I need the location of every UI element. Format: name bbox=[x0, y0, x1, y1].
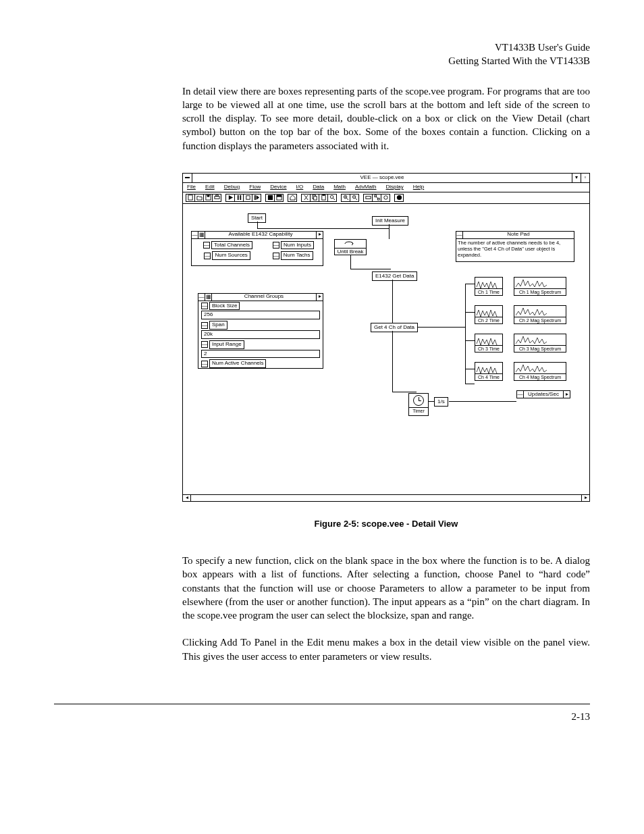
ch1-time-plot[interactable]: Ch 1 Time bbox=[475, 277, 503, 296]
toolbar-detail-icon[interactable] bbox=[274, 194, 284, 202]
collapse-icon[interactable]: — bbox=[192, 232, 198, 238]
waveform-icon bbox=[475, 306, 503, 317]
menu-data[interactable]: Data bbox=[313, 184, 324, 191]
ch4-time-plot[interactable]: Ch 4 Time bbox=[475, 362, 503, 381]
ch4-mag-plot[interactable]: Ch 4 Mag Spectrum bbox=[514, 362, 566, 381]
toolbar-cut-icon[interactable] bbox=[301, 194, 311, 202]
paragraph-1: In detail view there are boxes represent… bbox=[182, 84, 590, 153]
menu-help[interactable]: Help bbox=[413, 184, 424, 191]
total-channels-label: Total Channels bbox=[211, 241, 252, 250]
block-size-value[interactable]: 256 bbox=[201, 311, 320, 319]
menu-file[interactable]: File bbox=[187, 184, 196, 191]
ch2-mag-plot[interactable]: Ch 2 Mag Spectrum bbox=[514, 305, 566, 324]
toolbar-object1-icon[interactable] bbox=[363, 194, 373, 202]
window-system-menu-icon[interactable] bbox=[183, 174, 192, 182]
block-size-label: Block Size bbox=[209, 302, 240, 311]
view-detail-icon[interactable]: ▦ bbox=[205, 294, 212, 301]
expand-icon[interactable]: ▸ bbox=[563, 391, 570, 398]
channel-groups-object[interactable]: — ▦ Channel Groups ▸ —Block Size 256 —Sp… bbox=[198, 293, 323, 369]
svg-rect-27 bbox=[377, 198, 379, 200]
num-sources-label: Num Sources bbox=[212, 251, 250, 260]
menu-edit[interactable]: Edit bbox=[205, 184, 215, 191]
svg-point-16 bbox=[330, 195, 333, 199]
init-measure-object[interactable]: Init Measure bbox=[372, 216, 408, 226]
toolbar-open-icon[interactable] bbox=[194, 194, 204, 202]
horizontal-scrollbar[interactable]: ◂ ▸ bbox=[183, 494, 589, 501]
vee-canvas[interactable]: Start Init Measure — ▦ Available E1432 C… bbox=[183, 204, 589, 494]
collapse-icon[interactable]: — bbox=[198, 294, 205, 301]
svg-rect-3 bbox=[214, 197, 219, 199]
ch3-mag-plot[interactable]: Ch 3 Mag Spectrum bbox=[514, 334, 566, 353]
timer-object[interactable]: Timer bbox=[408, 393, 429, 416]
toolbar-stop-icon[interactable] bbox=[243, 194, 252, 202]
menu-debug[interactable]: Debug bbox=[224, 184, 240, 191]
menu-io[interactable]: I/O bbox=[296, 184, 304, 191]
header-line2: Getting Started With the VT1433B bbox=[182, 54, 590, 68]
notepad-object[interactable]: — Note Pad The number of active channels… bbox=[456, 231, 574, 262]
get-4ch-label: Get 4 Ch of Data bbox=[374, 324, 414, 330]
toolbar-save-icon[interactable] bbox=[203, 194, 213, 202]
ch1-time-label: Ch 1 Time bbox=[475, 289, 503, 296]
ch2-time-plot[interactable]: Ch 2 Time bbox=[475, 305, 503, 324]
ch1-mag-plot[interactable]: Ch 1 Mag Spectrum bbox=[514, 277, 566, 296]
menu-math[interactable]: Math bbox=[333, 184, 346, 191]
toolbar-print-icon[interactable] bbox=[212, 194, 221, 202]
ch4-time-label: Ch 4 Time bbox=[475, 374, 503, 381]
toolbar-copy-icon[interactable] bbox=[310, 194, 319, 202]
toolbar-zoom-out-icon[interactable] bbox=[350, 194, 359, 202]
updates-per-sec-object[interactable]: — Updates/Sec ▸ bbox=[516, 390, 570, 398]
svg-line-24 bbox=[355, 198, 357, 200]
menu-display[interactable]: Display bbox=[386, 184, 404, 191]
toolbar-zoom-in-icon[interactable] bbox=[341, 194, 350, 202]
svg-rect-2 bbox=[207, 195, 209, 197]
footer-rule bbox=[54, 704, 590, 704]
figure-caption: Figure 2-5: scope.vee - Detail View bbox=[182, 518, 590, 530]
menu-advmath[interactable]: AdvMath bbox=[355, 184, 377, 191]
expand-icon[interactable]: ▸ bbox=[316, 231, 323, 238]
svg-rect-5 bbox=[237, 195, 238, 200]
toolbar-find-icon[interactable] bbox=[327, 194, 337, 202]
collapse-icon[interactable]: — bbox=[517, 391, 524, 398]
expand-icon[interactable]: ▸ bbox=[316, 293, 323, 301]
svg-point-29 bbox=[383, 196, 387, 199]
collapse-icon[interactable]: — bbox=[456, 232, 463, 238]
toolbar-pause-icon[interactable] bbox=[234, 194, 244, 202]
toolbar-run-icon[interactable] bbox=[225, 194, 235, 202]
ch3-time-plot[interactable]: Ch 3 Time bbox=[475, 334, 503, 353]
init-measure-label: Init Measure bbox=[375, 217, 405, 224]
svg-rect-15 bbox=[322, 194, 325, 196]
svg-rect-9 bbox=[267, 195, 272, 200]
toolbar-home-icon[interactable] bbox=[288, 194, 297, 202]
capability-object[interactable]: — ▦ Available E1432 Capability ▸ —Total … bbox=[191, 231, 323, 266]
until-break-object[interactable]: Until Break bbox=[334, 239, 367, 255]
input-range-value[interactable]: 2 bbox=[201, 350, 320, 359]
ch3-mag-label: Ch 3 Mag Spectrum bbox=[514, 346, 566, 353]
svg-line-21 bbox=[346, 198, 348, 200]
svg-rect-0 bbox=[188, 195, 192, 200]
span-value[interactable]: 20k bbox=[201, 330, 320, 339]
menu-device[interactable]: Device bbox=[270, 184, 286, 191]
scroll-right-icon[interactable]: ▸ bbox=[581, 495, 589, 501]
channel-groups-title: Channel Groups bbox=[212, 293, 316, 301]
e1432-get-data-object[interactable]: E1432 Get Data bbox=[372, 271, 417, 282]
spectrum-icon bbox=[514, 278, 566, 289]
menu-flow[interactable]: Flow bbox=[249, 184, 261, 191]
toolbar-help-icon[interactable] bbox=[394, 194, 404, 202]
span-label: Span bbox=[209, 321, 227, 330]
toolbar-object2-icon[interactable] bbox=[372, 194, 381, 202]
svg-rect-14 bbox=[321, 195, 325, 200]
toolbar-paste-icon[interactable] bbox=[319, 194, 328, 202]
toolbar-step-icon[interactable] bbox=[252, 194, 261, 202]
window-maximize-icon[interactable]: ▫ bbox=[581, 174, 589, 182]
get-4ch-object[interactable]: Get 4 Ch of Data bbox=[371, 323, 418, 333]
view-detail-icon[interactable]: ▦ bbox=[198, 232, 205, 238]
window-minimize-icon[interactable]: ▾ bbox=[572, 174, 581, 182]
toolbar-new-icon[interactable] bbox=[186, 194, 195, 202]
start-label: Start bbox=[251, 215, 263, 221]
num-inputs-label: Num Inputs bbox=[281, 241, 314, 250]
scroll-left-icon[interactable]: ◂ bbox=[183, 495, 191, 501]
paragraph-2: To specify a new function, click on the … bbox=[182, 554, 590, 622]
toolbar-object3-icon[interactable] bbox=[381, 194, 390, 202]
toolbar-panel-icon[interactable] bbox=[265, 194, 275, 202]
vee-menubar: File Edit Debug Flow Device I/O Data Mat… bbox=[183, 183, 589, 192]
